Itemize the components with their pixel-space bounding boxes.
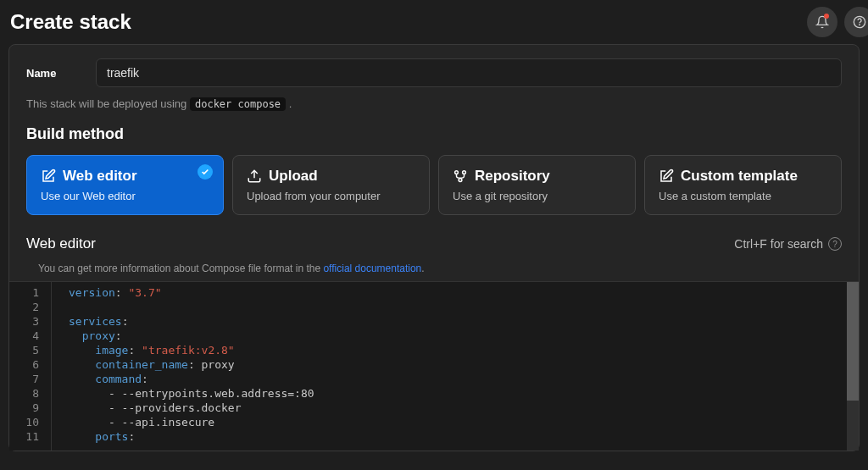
line-number: 3 [9,314,51,329]
card-subtitle: Use our Web editor [41,190,209,202]
help-icon[interactable]: ? [828,237,842,251]
search-hint-text: Ctrl+F for search [734,237,823,251]
svg-point-4 [463,171,466,174]
page-title: Create stack [10,10,131,34]
build-method-cards: Web editorUse our Web editorUploadUpload… [26,155,842,215]
help-button[interactable] [844,7,868,37]
code-line: ports: [69,429,859,444]
code-line: version: "3.7" [69,285,859,300]
card-subtitle: Use a git repository [453,190,621,202]
line-number: 10 [9,415,51,429]
line-number: 4 [9,329,51,343]
card-subtitle: Upload from your computer [247,190,415,202]
editor-scrollbar[interactable] [847,282,859,451]
name-label: Name [26,67,74,80]
svg-point-1 [860,25,860,25]
name-input[interactable] [96,58,842,87]
code-line: - --providers.docker [69,401,859,415]
line-number: 1 [9,285,51,300]
code-line: image: "traefik:v2.8" [69,343,859,357]
build-option-repository[interactable]: RepositoryUse a git repository [438,155,636,215]
deploy-note-prefix: This stack will be deployed using [26,97,186,110]
git-icon [453,169,468,184]
editor-info-suffix: . [421,263,424,274]
line-number: 11 [9,429,51,444]
code-line: - --api.insecure [69,415,859,429]
deploy-command-chip: docker compose [190,97,286,111]
editor-code[interactable]: version: "3.7" services: proxy: image: "… [52,282,859,451]
upload-icon [247,169,262,184]
help-icon [853,15,866,29]
build-method-title: Build method [26,125,842,143]
line-number: 2 [9,300,51,314]
create-stack-panel: Name This stack will be deployed using d… [8,44,860,451]
code-line: container_name: proxy [69,357,859,372]
edit-icon [41,169,56,184]
code-line: services: [69,314,859,329]
line-number: 8 [9,386,51,401]
build-option-custom-template[interactable]: Custom templateUse a custom template [644,155,842,215]
svg-point-3 [455,171,459,174]
card-title: Custom template [681,168,798,185]
card-subtitle: Use a custom template [659,190,827,202]
deploy-note: This stack will be deployed using docker… [26,97,842,110]
card-title: Web editor [63,168,137,185]
notifications-button[interactable] [807,7,837,37]
line-number: 5 [9,343,51,357]
card-title: Repository [475,168,550,185]
editor-title: Web editor [26,235,96,252]
build-option-upload[interactable]: UploadUpload from your computer [232,155,430,215]
code-line: command: [69,372,859,386]
editor-gutter: 1234567891011 [9,282,52,451]
code-editor[interactable]: 1234567891011 version: "3.7" services: p… [9,281,859,451]
scrollbar-thumb[interactable] [847,282,859,401]
search-hint: Ctrl+F for search ? [734,237,842,251]
bell-icon [815,15,829,29]
card-title: Upload [269,168,318,185]
check-icon [198,164,213,180]
svg-point-5 [459,179,462,182]
deploy-note-suffix: . [289,97,292,110]
line-number: 7 [9,372,51,386]
edit-icon [659,169,674,184]
code-line: proxy: [69,329,859,343]
code-line: - --entrypoints.web.address=:80 [69,386,859,401]
build-option-web-editor[interactable]: Web editorUse our Web editor [26,155,224,215]
line-number: 6 [9,357,51,372]
editor-info: You can get more information about Compo… [26,263,842,274]
docs-link[interactable]: official documentation [323,263,421,274]
line-number: 9 [9,401,51,415]
code-line [69,300,859,314]
editor-info-prefix: You can get more information about Compo… [38,263,323,274]
